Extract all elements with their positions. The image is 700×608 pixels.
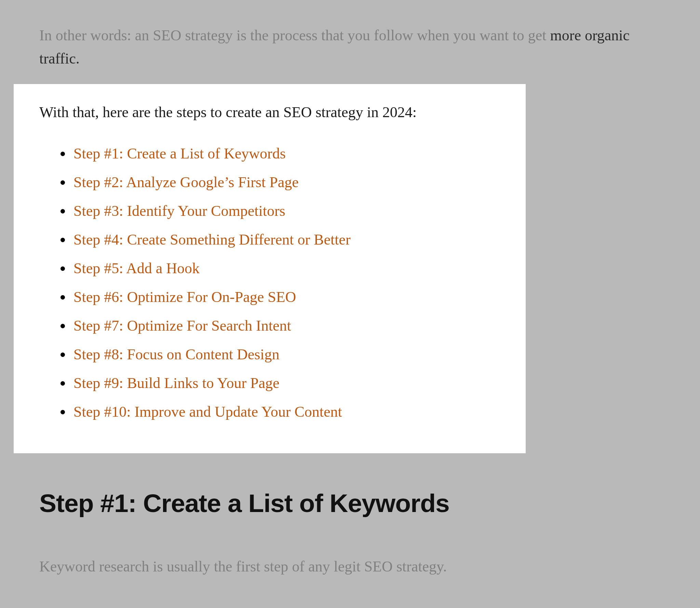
steps-content-box: With that, here are the steps to create … [14,84,526,453]
list-item: Step #4: Create Something Different or B… [72,229,500,251]
section-body-text: Keyword research is usually the first st… [39,555,661,578]
list-item: Step #6: Optimize For On-Page SEO [72,286,500,308]
list-item: Step #2: Analyze Google’s First Page [72,171,500,194]
step-link-5[interactable]: Step #5: Add a Hook [73,260,200,277]
step-link-4[interactable]: Step #4: Create Something Different or B… [73,231,351,248]
step-link-6[interactable]: Step #6: Optimize For On-Page SEO [73,289,296,305]
list-item: Step #5: Add a Hook [72,257,500,280]
step-link-7[interactable]: Step #7: Optimize For Search Intent [73,317,291,334]
step-link-10[interactable]: Step #10: Improve and Update Your Conten… [73,403,342,420]
list-item: Step #3: Identify Your Competitors [72,200,500,222]
list-item: Step #9: Build Links to Your Page [72,372,500,395]
list-item: Step #1: Create a List of Keywords [72,142,500,165]
step-link-8[interactable]: Step #8: Focus on Content Design [73,346,280,363]
step-link-1[interactable]: Step #1: Create a List of Keywords [73,145,286,162]
list-item: Step #10: Improve and Update Your Conten… [72,401,500,423]
step-link-2[interactable]: Step #2: Analyze Google’s First Page [73,174,299,191]
lead-in-text: With that, here are the steps to create … [39,101,500,124]
section-heading: Step #1: Create a List of Keywords [39,488,449,518]
list-item: Step #8: Focus on Content Design [72,343,500,366]
intro-paragraph: In other words: an SEO strategy is the p… [39,24,661,70]
step-link-9[interactable]: Step #9: Build Links to Your Page [73,375,280,391]
steps-list: Step #1: Create a List of Keywords Step … [39,142,500,423]
intro-text-part1: In other words: an SEO strategy is the p… [39,27,550,44]
step-link-3[interactable]: Step #3: Identify Your Competitors [73,203,285,219]
list-item: Step #7: Optimize For Search Intent [72,315,500,337]
